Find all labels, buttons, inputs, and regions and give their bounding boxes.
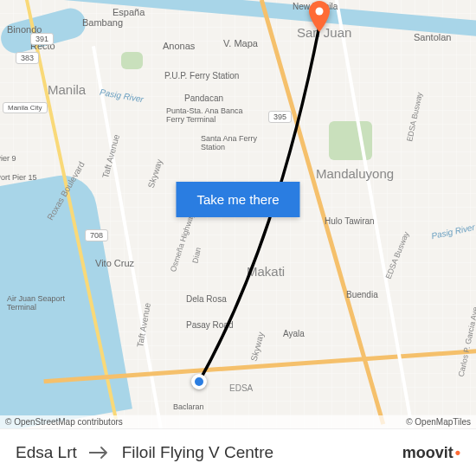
route-badge: 391 bbox=[30, 33, 54, 45]
place-label: P.U.P. Ferry Station bbox=[164, 71, 239, 80]
route-badge: Manila City bbox=[3, 102, 48, 113]
svg-point-0 bbox=[316, 8, 324, 16]
place-label: Santa Ana Ferry Station bbox=[201, 134, 261, 151]
take-me-there-button[interactable]: Take me there bbox=[176, 182, 299, 217]
moovit-logo[interactable]: moovit• bbox=[402, 444, 460, 462]
place-label: Baclaran bbox=[173, 402, 204, 411]
route-badge: 383 bbox=[16, 52, 39, 64]
park-area bbox=[121, 52, 143, 69]
arrow-right-icon bbox=[89, 446, 110, 460]
place-label: Vito Cruz bbox=[95, 258, 134, 268]
place-label: Air Juan Seaport Terminal bbox=[7, 294, 68, 312]
place-label: Anonas bbox=[163, 41, 195, 51]
place-label: V. Mapa bbox=[223, 38, 258, 48]
route-from-label: Edsa Lrt bbox=[16, 443, 77, 462]
city-label-makati: Makati bbox=[247, 264, 285, 279]
road-label: Taft Avenue bbox=[100, 133, 121, 179]
brand-dot-icon: • bbox=[455, 444, 460, 462]
route-badge: 708 bbox=[85, 229, 108, 241]
road-label: Osmeña Highway bbox=[169, 212, 196, 273]
place-label: Punta-Sta. Ana Banca Ferry Terminal bbox=[166, 106, 253, 124]
road-edsa-busway bbox=[334, 0, 414, 428]
map-viewport[interactable]: Manila San Juan Mandaluyong Makati Binon… bbox=[0, 0, 476, 428]
road-label: EDSA bbox=[229, 383, 253, 393]
attribution-openmaptiles[interactable]: © OpenMapTiles bbox=[406, 417, 471, 427]
place-label: Dela Rosa bbox=[186, 294, 227, 304]
place-label: Pasay Road bbox=[186, 320, 233, 330]
brand-name: moovit bbox=[402, 444, 453, 462]
road-label: Dian bbox=[190, 247, 203, 264]
city-label-manila: Manila bbox=[48, 82, 86, 97]
place-label: Ayala bbox=[283, 329, 305, 338]
map-attribution: © OpenStreetMap contributors © OpenMapTi… bbox=[0, 415, 476, 428]
route-to-label: Filoil Flying V Centre bbox=[122, 443, 273, 462]
place-label: España bbox=[113, 7, 145, 17]
road-label: EDSA Busway bbox=[405, 92, 424, 143]
park-area bbox=[329, 121, 372, 160]
bottom-bar: Edsa Lrt Filoil Flying V Centre moovit• bbox=[0, 428, 476, 476]
place-label: Port Pier 15 bbox=[0, 173, 37, 182]
place-label: Pier 9 bbox=[0, 154, 16, 163]
city-label-mandaluyong: Mandaluyong bbox=[316, 166, 394, 181]
origin-marker[interactable] bbox=[191, 374, 207, 389]
destination-marker[interactable] bbox=[308, 1, 331, 32]
road-label: Skyway bbox=[248, 331, 266, 362]
attribution-osm[interactable]: © OpenStreetMap contributors bbox=[5, 417, 123, 427]
road-label: Carlos P. Garcia Ave bbox=[457, 306, 476, 378]
route-badge: 395 bbox=[268, 111, 292, 123]
place-label: Pandacan bbox=[184, 93, 223, 103]
route-info: Edsa Lrt Filoil Flying V Centre bbox=[16, 443, 273, 462]
road-label: EDSA Busway bbox=[384, 230, 411, 280]
road-label: Skyway bbox=[146, 158, 164, 189]
place-label: Santolan bbox=[414, 32, 451, 42]
place-label: Bambang bbox=[82, 17, 123, 28]
place-label: Hulo Tawiran bbox=[325, 216, 375, 226]
river-label: Pasig River bbox=[99, 87, 144, 105]
river-label: Pasig River bbox=[430, 222, 475, 241]
place-label: Buendia bbox=[346, 290, 378, 299]
